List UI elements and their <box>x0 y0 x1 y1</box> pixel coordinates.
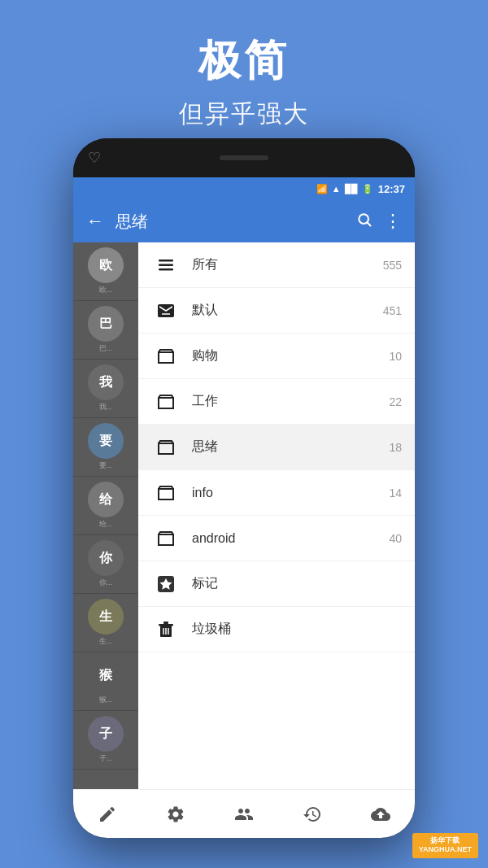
list-item[interactable]: 猴 猴... <box>73 652 138 711</box>
menu-item-all[interactable]: 所有 555 <box>138 242 415 288</box>
menu-count: 40 <box>389 532 402 545</box>
toolbar-title: 思绪 <box>115 211 345 233</box>
svg-line-1 <box>368 222 371 225</box>
heart-icon: ♡ <box>88 149 101 167</box>
app-title: 极简 <box>0 33 488 89</box>
wifi-icon: ▲ <box>332 184 341 194</box>
bottom-nav <box>73 789 415 838</box>
avatar: 生 <box>88 599 124 635</box>
avatar: 给 <box>88 482 124 517</box>
menu-icon-trash <box>151 615 181 644</box>
menu-list: 所有 555 默认 451 <box>138 242 415 789</box>
sidebar-label: 巴... <box>99 343 113 354</box>
speaker <box>220 155 268 160</box>
avatar: 欧 <box>88 247 124 283</box>
svg-rect-10 <box>163 622 168 624</box>
people-icon[interactable] <box>226 796 262 832</box>
menu-item-info[interactable]: info 14 <box>138 470 415 516</box>
svg-rect-4 <box>159 268 173 271</box>
menu-count: 14 <box>389 486 402 499</box>
menu-icon-list <box>151 251 181 280</box>
sidebar-label: 生... <box>99 636 113 647</box>
svg-rect-2 <box>159 260 173 262</box>
content-area: 欧 欧... 巴 巴... 我 我... 要 要... 给 给... <box>73 242 415 789</box>
status-time: 12:37 <box>378 183 405 195</box>
menu-label: 思绪 <box>192 438 389 456</box>
avatar: 巴 <box>88 306 124 342</box>
top-text-area: 极简 但异乎强大 <box>0 0 488 155</box>
sidebar-label: 给... <box>99 519 113 530</box>
menu-item-trash[interactable]: 垃圾桶 <box>138 607 415 652</box>
sidebar-label: 我... <box>99 402 113 412</box>
left-sidebar: 欧 欧... 巴 巴... 我 我... 要 要... 给 给... <box>73 242 138 789</box>
menu-icon-folder-thoughts <box>151 433 181 462</box>
sim-icon: 📶 <box>316 184 328 194</box>
list-item[interactable]: 子 子... <box>73 711 138 770</box>
menu-icon-inbox <box>151 296 181 325</box>
back-button[interactable]: ← <box>86 211 104 232</box>
sidebar-label: 你... <box>99 578 113 588</box>
toolbar: ← 思绪 ⋮ <box>73 200 415 242</box>
menu-label: 垃圾桶 <box>192 621 402 638</box>
menu-label: 默认 <box>192 302 383 319</box>
menu-item-default[interactable]: 默认 451 <box>138 288 415 334</box>
sidebar-label: 欧... <box>99 285 113 295</box>
sidebar-label: 子... <box>99 753 113 764</box>
menu-label: 标记 <box>192 575 402 592</box>
cloud-icon[interactable] <box>363 796 399 832</box>
list-item[interactable]: 巴 巴... <box>73 301 138 360</box>
menu-label: 所有 <box>192 256 383 273</box>
menu-item-starred[interactable]: 标记 <box>138 561 415 607</box>
signal-icon: ▉▉ <box>345 184 358 194</box>
menu-label: 工作 <box>192 393 389 410</box>
settings-icon[interactable] <box>158 796 194 832</box>
menu-label: info <box>192 486 389 500</box>
menu-icon-folder-android <box>151 524 181 553</box>
avatar: 猴 <box>88 657 124 693</box>
avatar: 你 <box>88 540 124 576</box>
menu-icon-folder-shopping <box>151 342 181 371</box>
watermark: 扬华下载 YANGHUA.NET <box>412 833 478 858</box>
edit-icon[interactable] <box>89 796 125 832</box>
svg-rect-5 <box>159 312 173 317</box>
menu-count: 10 <box>389 350 402 363</box>
svg-rect-3 <box>159 264 173 266</box>
avatar: 我 <box>88 364 124 400</box>
menu-icon-folder-info <box>151 478 181 508</box>
svg-rect-9 <box>159 624 173 626</box>
app-subtitle: 但异乎强大 <box>0 98 488 131</box>
menu-item-android[interactable]: android 40 <box>138 516 415 561</box>
list-item[interactable]: 我 我... <box>73 360 138 418</box>
history-icon[interactable] <box>294 796 330 832</box>
menu-count: 22 <box>389 395 402 408</box>
status-icons: 📶 ▲ ▉▉ 🔋 <box>316 184 373 194</box>
search-button[interactable] <box>356 212 373 232</box>
menu-icon-folder-work <box>151 387 181 417</box>
menu-label: android <box>192 531 389 546</box>
menu-count: 555 <box>383 259 402 272</box>
avatar: 要 <box>88 423 124 459</box>
sidebar-label: 要... <box>99 460 113 471</box>
phone-top-bezel: ♡ <box>73 138 415 177</box>
menu-icon-star <box>151 569 181 599</box>
sidebar-label: 猴... <box>99 695 113 705</box>
battery-icon: 🔋 <box>362 184 373 194</box>
list-item[interactable]: 生 生... <box>73 594 138 652</box>
menu-count: 18 <box>389 441 402 454</box>
list-item[interactable]: 给 给... <box>73 477 138 535</box>
menu-label: 购物 <box>192 347 389 364</box>
more-button[interactable]: ⋮ <box>384 211 402 232</box>
list-item[interactable]: 欧 欧... <box>73 242 138 301</box>
phone-frame: ♡ 📶 ▲ ▉▉ 🔋 12:37 ← 思绪 ⋮ <box>73 138 415 838</box>
list-item[interactable]: 要 要... <box>73 418 138 477</box>
avatar: 子 <box>88 716 124 752</box>
background: 极简 但异乎强大 ♡ 📶 ▲ ▉▉ 🔋 12:37 ← 思绪 <box>0 0 488 868</box>
status-bar: 📶 ▲ ▉▉ 🔋 12:37 <box>73 177 415 200</box>
menu-item-work[interactable]: 工作 22 <box>138 379 415 425</box>
menu-item-shopping[interactable]: 购物 10 <box>138 334 415 379</box>
list-item[interactable]: 你 你... <box>73 535 138 594</box>
menu-item-thoughts[interactable]: 思绪 18 <box>138 425 415 470</box>
menu-count: 451 <box>383 304 402 317</box>
